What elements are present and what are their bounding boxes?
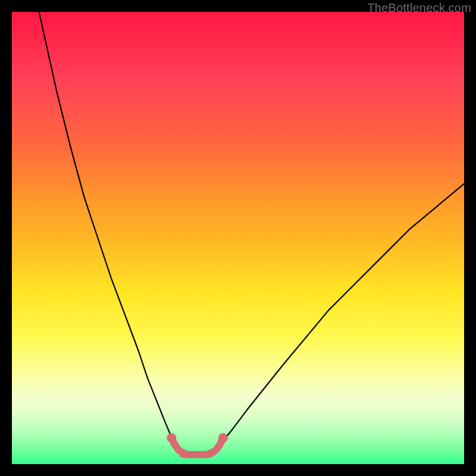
marker-left-foot-dot: [167, 433, 176, 443]
curve-layer: [12, 12, 464, 464]
marker-right-foot-dot: [218, 433, 228, 443]
series-left-branch: [39, 12, 177, 447]
watermark-text: TheBottleneck.com: [367, 1, 471, 15]
chart-frame: TheBottleneck.com: [0, 0, 476, 476]
plot-area: [12, 12, 464, 464]
series-right-branch: [218, 184, 464, 447]
